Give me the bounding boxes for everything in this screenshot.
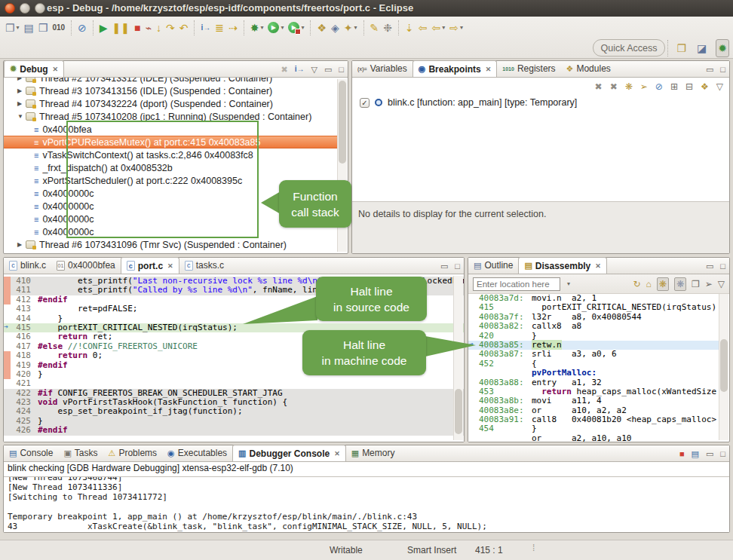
tree-expander-icon[interactable]: ▶: [17, 241, 26, 248]
editor-line-425[interactable]: 425}: [4, 417, 464, 426]
debug-thread-row[interactable]: ▶Thread #3 1073413156 (IDLE) (Suspended …: [4, 84, 337, 97]
breakpoint-checkbox[interactable]: ✓: [360, 98, 370, 108]
debug-stack-frame-row[interactable]: ≡vPortCPUReleaseMutex() at port.c:415 0x…: [4, 136, 337, 148]
maximize-button[interactable]: □: [455, 261, 460, 271]
window-minimize-button[interactable]: [20, 3, 30, 14]
view-menu-button[interactable]: ▽: [716, 81, 723, 92]
run-button[interactable]: ▶▾: [266, 19, 285, 37]
tab-problems[interactable]: ⚠Problems: [103, 445, 163, 461]
maximize-button[interactable]: □: [339, 64, 344, 75]
maximize-button[interactable]: □: [720, 261, 725, 271]
tab-port-c[interactable]: cport.c✕: [121, 257, 179, 274]
tab-blink-c[interactable]: cblink.c: [4, 257, 51, 274]
debug-stack-frame-row[interactable]: ≡vTaskSwitchContext() at tasks.c:2,846 0…: [4, 148, 337, 161]
editor-line-421[interactable]: 421: [4, 379, 464, 388]
tab-bfea[interactable]: 010x4000bfea: [51, 257, 121, 274]
tab-close-icon[interactable]: ✕: [486, 66, 492, 73]
console-output[interactable]: [New Thread 1073468744][New Thread 10734…: [4, 476, 729, 532]
editor-scrollbar[interactable]: [453, 276, 463, 440]
tab-debug[interactable]: ✹Debug✕: [4, 60, 64, 77]
back-history-dropdown-icon[interactable]: ▾: [442, 24, 445, 31]
sync-with-stack-frame-button[interactable]: ❋: [657, 277, 669, 291]
instruction-stepping-button[interactable]: i→: [199, 19, 212, 37]
new-wizard-button[interactable]: ❐▾: [4, 19, 21, 37]
binary-display-button[interactable]: 010: [51, 19, 66, 37]
disassembly-listing[interactable]: 40083a7d:movi.n a2, 1415 portEXIT_CRITIC…: [468, 294, 719, 442]
disassembly-scrollbar[interactable]: [719, 294, 728, 440]
drop-to-frame-button[interactable]: ≣: [213, 19, 225, 37]
editor-line-426[interactable]: 426#endif: [4, 426, 464, 435]
location-input[interactable]: [473, 277, 560, 291]
c-cpp-perspective-button[interactable]: ◪: [695, 39, 708, 57]
last-edit-location-button[interactable]: ⇣: [403, 19, 416, 37]
minimize-button[interactable]: ▭: [324, 64, 332, 75]
location-dropdown-icon[interactable]: ▾: [567, 280, 570, 287]
debug-thread-row[interactable]: ▶Thread #6 1073431096 (Tmr Svc) (Suspend…: [4, 238, 337, 251]
tree-expander-icon[interactable]: ▶: [17, 87, 26, 94]
view-menu-button[interactable]: ▽: [311, 64, 317, 75]
disassembly-instruction-line[interactable]: 40083a82:callx8 a8: [468, 322, 719, 331]
tree-expander-icon[interactable]: ▼: [17, 113, 26, 120]
debug-button[interactable]: ✸▾: [249, 19, 265, 37]
window-close-button[interactable]: [5, 3, 15, 14]
tab-close-icon[interactable]: ✕: [595, 262, 601, 270]
pin-view-button[interactable]: ➢: [705, 279, 713, 289]
refresh-view-button[interactable]: ↻: [633, 279, 641, 289]
minimize-button[interactable]: ▭: [706, 64, 713, 75]
tab-debugger-console[interactable]: ▥Debugger Console✕: [232, 445, 346, 461]
suspend-button[interactable]: ❚❚: [111, 19, 131, 37]
open-element-button[interactable]: ❖: [315, 19, 328, 37]
go-to-file-button[interactable]: ➢: [640, 81, 648, 92]
debug-thread-row[interactable]: ▶Thread #4 1073432224 (dport) (Suspended…: [4, 97, 337, 110]
editor-line-423[interactable]: 423void vPortFirstTaskHook(TaskFunction_…: [4, 398, 464, 407]
display-selected-console-button[interactable]: ▤: [692, 448, 699, 459]
expand-all-button[interactable]: ⊞: [670, 81, 678, 92]
terminate-button[interactable]: ■: [133, 19, 142, 37]
maximize-button[interactable]: □: [720, 64, 725, 75]
remove-breakpoint-button[interactable]: ✖: [595, 81, 603, 92]
terminate-console-button[interactable]: ■: [679, 448, 685, 459]
debug-perspective-button[interactable]: ✹: [716, 39, 729, 57]
tab-tasks[interactable]: ▣Tasks: [58, 445, 103, 461]
search-button[interactable]: ✦▾: [342, 19, 359, 37]
tab-executables[interactable]: ◉Executables: [162, 445, 232, 461]
view-menu-button[interactable]: ▽: [718, 279, 725, 289]
track-expression-button[interactable]: ❋: [674, 277, 686, 291]
tab-variables[interactable]: (x)=Variables: [352, 60, 413, 77]
home-pc-button[interactable]: ⌂: [646, 279, 652, 289]
debug-thread-row[interactable]: ▼Thread #5 1073410208 (ipc1 : Running) (…: [4, 110, 337, 123]
editor-line-424[interactable]: 424 esp_set_breakpoint_if_jtag(function)…: [4, 407, 464, 416]
back-history-button[interactable]: ⇦▾: [430, 19, 446, 37]
disconnect-button[interactable]: ⌁: [144, 19, 153, 37]
remove-all-terminated-button[interactable]: ✖: [281, 64, 287, 75]
minimize-button[interactable]: ▭: [706, 261, 713, 271]
skip-all-button[interactable]: ⊘: [655, 81, 663, 92]
step-over-button[interactable]: ↷: [164, 19, 176, 37]
debug-stack-frame-row[interactable]: ≡_frxt_dispatch() at 0x4008532b: [4, 161, 337, 174]
disassembly-instruction-line[interactable]: 40083a87:srli a3, a0, 6: [468, 350, 719, 359]
save-all-button[interactable]: ❒: [37, 19, 50, 37]
remove-all-breakpoints-button[interactable]: ✖: [610, 81, 618, 92]
debug-stack-frame-row[interactable]: ≡0x4000bfea: [4, 123, 337, 136]
external-tools-button[interactable]: ▶▾: [287, 19, 305, 37]
disassembly-instruction-line[interactable]: 40083a91:call8 0x40081b20 <heap_caps_mal…: [468, 415, 719, 424]
editor-line-422[interactable]: 422#if CONFIG_FREERTOS_BREAK_ON_SCHEDULE…: [4, 389, 464, 398]
debug-dropdown-icon[interactable]: ▾: [260, 24, 263, 31]
tab-close-icon[interactable]: ✕: [167, 262, 173, 270]
tab-disassembly[interactable]: ▤Disassembly✕: [518, 257, 606, 274]
tree-expander-icon[interactable]: ▶: [17, 100, 26, 107]
show-supported-breakpoints-button[interactable]: ❋: [625, 81, 633, 92]
tab-outline[interactable]: ▤Outline: [468, 257, 518, 274]
tab-registers[interactable]: 1010Registers: [497, 60, 560, 77]
breakpoint-item[interactable]: ✓ blink.c [function: app_main] [type: Te…: [360, 97, 577, 108]
quick-access-button[interactable]: Quick Access: [593, 39, 665, 57]
tab-tasks-c[interactable]: ctasks.c: [179, 257, 229, 274]
external-tools-dropdown-icon[interactable]: ▾: [301, 24, 304, 31]
forward-dropdown-icon[interactable]: ▾: [460, 24, 463, 31]
new-wizard-dropdown-icon[interactable]: ▾: [17, 24, 20, 31]
forward-button[interactable]: ⇨▾: [448, 19, 465, 37]
tab-modules[interactable]: ❖Modules: [561, 60, 616, 77]
collapse-all-button[interactable]: ⊟: [685, 81, 693, 92]
mark-occurrences-button[interactable]: ✎: [369, 19, 381, 37]
window-maximize-button[interactable]: [35, 3, 45, 14]
